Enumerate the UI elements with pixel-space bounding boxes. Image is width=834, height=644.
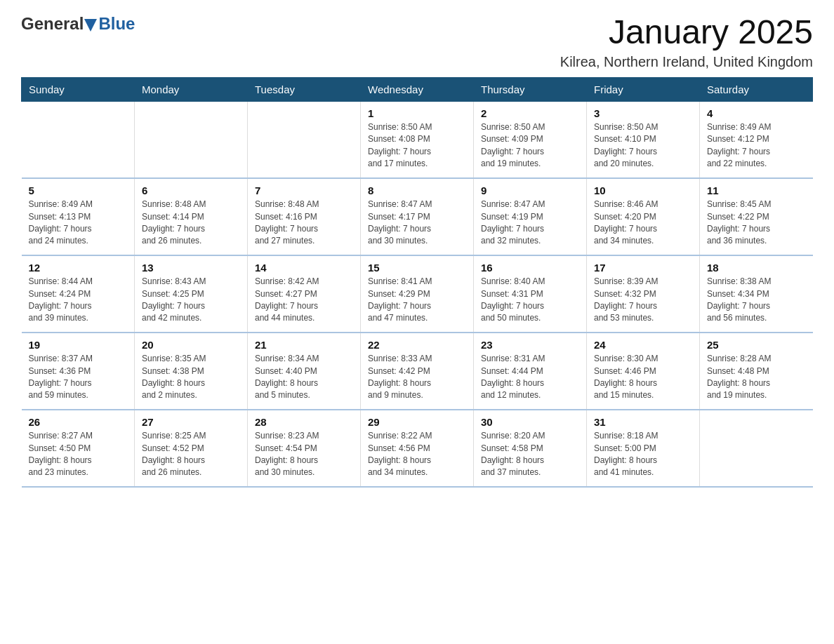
calendar-cell: 9Sunrise: 8:47 AM Sunset: 4:19 PM Daylig… xyxy=(474,178,587,255)
cell-info: Sunrise: 8:18 AM Sunset: 5:00 PM Dayligh… xyxy=(594,430,692,479)
calendar-cell: 25Sunrise: 8:28 AM Sunset: 4:48 PM Dayli… xyxy=(700,333,813,410)
calendar-week-row: 19Sunrise: 8:37 AM Sunset: 4:36 PM Dayli… xyxy=(22,333,813,410)
cell-info: Sunrise: 8:40 AM Sunset: 4:31 PM Dayligh… xyxy=(481,276,579,325)
cell-info: Sunrise: 8:38 AM Sunset: 4:34 PM Dayligh… xyxy=(707,276,806,325)
day-number: 5 xyxy=(29,185,128,196)
cell-info: Sunrise: 8:28 AM Sunset: 4:48 PM Dayligh… xyxy=(707,353,806,402)
calendar-cell: 14Sunrise: 8:42 AM Sunset: 4:27 PM Dayli… xyxy=(248,255,361,333)
cell-info: Sunrise: 8:31 AM Sunset: 4:44 PM Dayligh… xyxy=(481,353,579,402)
calendar-cell: 15Sunrise: 8:41 AM Sunset: 4:29 PM Dayli… xyxy=(361,255,474,333)
page-subtitle: Kilrea, Northern Ireland, United Kingdom xyxy=(560,54,813,70)
calendar-cell: 22Sunrise: 8:33 AM Sunset: 4:42 PM Dayli… xyxy=(361,333,474,410)
calendar-week-row: 12Sunrise: 8:44 AM Sunset: 4:24 PM Dayli… xyxy=(22,255,813,333)
day-number: 18 xyxy=(707,262,806,274)
day-number: 9 xyxy=(481,185,579,196)
title-block: January 2025 Kilrea, Northern Ireland, U… xyxy=(560,14,813,70)
weekday-header: Tuesday xyxy=(248,77,361,101)
day-number: 14 xyxy=(255,262,353,274)
calendar-cell: 24Sunrise: 8:30 AM Sunset: 4:46 PM Dayli… xyxy=(587,333,700,410)
svg-marker-0 xyxy=(84,19,97,32)
cell-info: Sunrise: 8:30 AM Sunset: 4:46 PM Dayligh… xyxy=(594,353,692,402)
weekday-header: Saturday xyxy=(700,77,813,101)
calendar-cell: 31Sunrise: 8:18 AM Sunset: 5:00 PM Dayli… xyxy=(587,410,700,487)
cell-info: Sunrise: 8:47 AM Sunset: 4:19 PM Dayligh… xyxy=(481,199,579,248)
cell-info: Sunrise: 8:20 AM Sunset: 4:58 PM Dayligh… xyxy=(481,430,579,479)
day-number: 25 xyxy=(707,339,806,351)
logo-general-text: General xyxy=(21,14,84,34)
cell-info: Sunrise: 8:50 AM Sunset: 4:10 PM Dayligh… xyxy=(594,121,692,170)
calendar-week-row: 5Sunrise: 8:49 AM Sunset: 4:13 PM Daylig… xyxy=(22,178,813,255)
calendar-cell: 18Sunrise: 8:38 AM Sunset: 4:34 PM Dayli… xyxy=(700,255,813,333)
calendar-cell: 23Sunrise: 8:31 AM Sunset: 4:44 PM Dayli… xyxy=(474,333,587,410)
cell-info: Sunrise: 8:44 AM Sunset: 4:24 PM Dayligh… xyxy=(29,276,128,325)
day-number: 8 xyxy=(368,185,466,196)
calendar-cell: 11Sunrise: 8:45 AM Sunset: 4:22 PM Dayli… xyxy=(700,178,813,255)
calendar-cell: 17Sunrise: 8:39 AM Sunset: 4:32 PM Dayli… xyxy=(587,255,700,333)
calendar-cell: 3Sunrise: 8:50 AM Sunset: 4:10 PM Daylig… xyxy=(587,101,700,178)
cell-info: Sunrise: 8:48 AM Sunset: 4:14 PM Dayligh… xyxy=(142,199,240,248)
day-number: 4 xyxy=(707,107,806,119)
day-number: 7 xyxy=(255,185,353,196)
day-number: 15 xyxy=(368,262,466,274)
day-number: 2 xyxy=(481,107,579,119)
day-number: 23 xyxy=(481,339,579,351)
cell-info: Sunrise: 8:41 AM Sunset: 4:29 PM Dayligh… xyxy=(368,276,466,325)
cell-info: Sunrise: 8:22 AM Sunset: 4:56 PM Dayligh… xyxy=(368,430,466,479)
calendar-table: SundayMondayTuesdayWednesdayThursdayFrid… xyxy=(21,77,813,488)
cell-info: Sunrise: 8:50 AM Sunset: 4:08 PM Dayligh… xyxy=(368,121,466,170)
cell-info: Sunrise: 8:23 AM Sunset: 4:54 PM Dayligh… xyxy=(255,430,353,479)
day-number: 21 xyxy=(255,339,353,351)
cell-info: Sunrise: 8:34 AM Sunset: 4:40 PM Dayligh… xyxy=(255,353,353,402)
calendar-cell: 5Sunrise: 8:49 AM Sunset: 4:13 PM Daylig… xyxy=(22,178,135,255)
day-number: 1 xyxy=(368,107,466,119)
cell-info: Sunrise: 8:49 AM Sunset: 4:12 PM Dayligh… xyxy=(707,121,806,170)
day-number: 10 xyxy=(594,185,692,196)
day-number: 6 xyxy=(142,185,240,196)
calendar-cell: 19Sunrise: 8:37 AM Sunset: 4:36 PM Dayli… xyxy=(22,333,135,410)
day-number: 17 xyxy=(594,262,692,274)
calendar-cell: 2Sunrise: 8:50 AM Sunset: 4:09 PM Daylig… xyxy=(474,101,587,178)
calendar-cell: 4Sunrise: 8:49 AM Sunset: 4:12 PM Daylig… xyxy=(700,101,813,178)
cell-info: Sunrise: 8:37 AM Sunset: 4:36 PM Dayligh… xyxy=(29,353,128,402)
calendar-header-row: SundayMondayTuesdayWednesdayThursdayFrid… xyxy=(22,77,813,101)
day-number: 30 xyxy=(481,416,579,428)
calendar-cell: 28Sunrise: 8:23 AM Sunset: 4:54 PM Dayli… xyxy=(248,410,361,487)
calendar-cell: 30Sunrise: 8:20 AM Sunset: 4:58 PM Dayli… xyxy=(474,410,587,487)
cell-info: Sunrise: 8:27 AM Sunset: 4:50 PM Dayligh… xyxy=(29,430,128,479)
weekday-header: Friday xyxy=(587,77,700,101)
cell-info: Sunrise: 8:45 AM Sunset: 4:22 PM Dayligh… xyxy=(707,199,806,248)
calendar-cell: 13Sunrise: 8:43 AM Sunset: 4:25 PM Dayli… xyxy=(135,255,248,333)
day-number: 24 xyxy=(594,339,692,351)
calendar-cell: 6Sunrise: 8:48 AM Sunset: 4:14 PM Daylig… xyxy=(135,178,248,255)
weekday-header: Sunday xyxy=(22,77,135,101)
calendar-cell: 21Sunrise: 8:34 AM Sunset: 4:40 PM Dayli… xyxy=(248,333,361,410)
calendar-cell: 8Sunrise: 8:47 AM Sunset: 4:17 PM Daylig… xyxy=(361,178,474,255)
calendar-cell xyxy=(700,410,813,487)
calendar-cell xyxy=(248,101,361,178)
cell-info: Sunrise: 8:33 AM Sunset: 4:42 PM Dayligh… xyxy=(368,353,466,402)
day-number: 13 xyxy=(142,262,240,274)
calendar-cell: 7Sunrise: 8:48 AM Sunset: 4:16 PM Daylig… xyxy=(248,178,361,255)
calendar-cell: 16Sunrise: 8:40 AM Sunset: 4:31 PM Dayli… xyxy=(474,255,587,333)
weekday-header: Monday xyxy=(135,77,248,101)
logo-triangle-icon xyxy=(84,19,97,32)
day-number: 29 xyxy=(368,416,466,428)
cell-info: Sunrise: 8:25 AM Sunset: 4:52 PM Dayligh… xyxy=(142,430,240,479)
day-number: 12 xyxy=(29,262,128,274)
day-number: 16 xyxy=(481,262,579,274)
cell-info: Sunrise: 8:43 AM Sunset: 4:25 PM Dayligh… xyxy=(142,276,240,325)
day-number: 22 xyxy=(368,339,466,351)
day-number: 26 xyxy=(29,416,128,428)
calendar-cell xyxy=(135,101,248,178)
day-number: 11 xyxy=(707,185,806,196)
calendar-cell: 27Sunrise: 8:25 AM Sunset: 4:52 PM Dayli… xyxy=(135,410,248,487)
day-number: 20 xyxy=(142,339,240,351)
calendar-week-row: 1Sunrise: 8:50 AM Sunset: 4:08 PM Daylig… xyxy=(22,101,813,178)
page-header: General Blue January 2025 Kilrea, Northe… xyxy=(21,14,813,70)
day-number: 3 xyxy=(594,107,692,119)
cell-info: Sunrise: 8:49 AM Sunset: 4:13 PM Dayligh… xyxy=(29,199,128,248)
calendar-cell: 12Sunrise: 8:44 AM Sunset: 4:24 PM Dayli… xyxy=(22,255,135,333)
calendar-cell: 10Sunrise: 8:46 AM Sunset: 4:20 PM Dayli… xyxy=(587,178,700,255)
cell-info: Sunrise: 8:46 AM Sunset: 4:20 PM Dayligh… xyxy=(594,199,692,248)
calendar-cell: 26Sunrise: 8:27 AM Sunset: 4:50 PM Dayli… xyxy=(22,410,135,487)
